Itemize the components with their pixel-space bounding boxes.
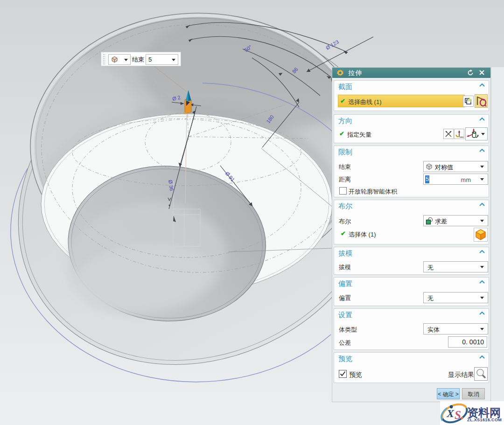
svg-text:X: X <box>446 407 455 419</box>
svg-text:Ø 123: Ø 123 <box>325 39 340 50</box>
svg-text:资料网: 资料网 <box>467 406 501 419</box>
svg-text:ZL.XS1616.COM: ZL.XS1616.COM <box>467 418 502 422</box>
svg-text:S: S <box>455 409 461 421</box>
